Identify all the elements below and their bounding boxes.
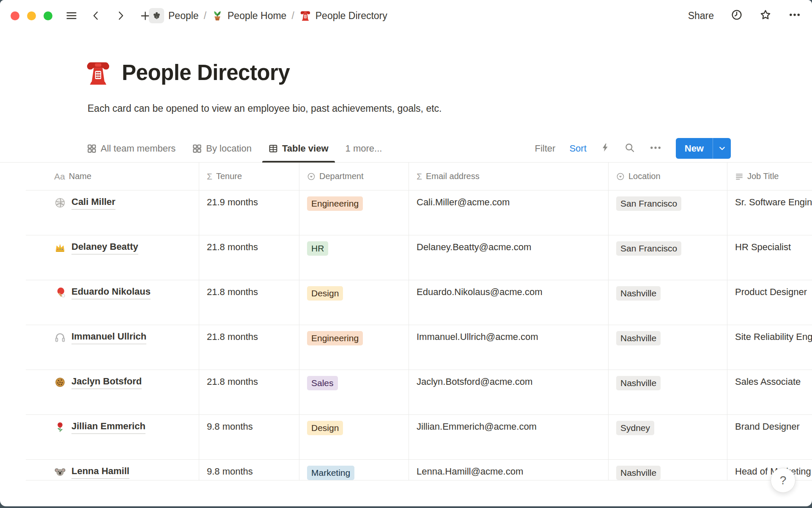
page-icon-red-telephone[interactable] bbox=[84, 59, 112, 87]
person-name-link[interactable]: Immanuel Ullrich bbox=[71, 330, 146, 344]
department-tag: Design bbox=[307, 421, 343, 435]
person-name-link[interactable]: Cali Miller bbox=[71, 196, 115, 210]
department-cell[interactable]: Sales bbox=[299, 370, 409, 414]
breadcrumb-item-people-directory[interactable]: People Directory bbox=[299, 10, 387, 22]
department-cell[interactable]: Marketing bbox=[299, 460, 409, 480]
location-tag: Nashville bbox=[616, 331, 661, 345]
zoom-window-button[interactable] bbox=[44, 11, 52, 20]
gallery-view-icon bbox=[192, 144, 202, 153]
person-name-link[interactable]: Lenna Hamill bbox=[71, 465, 129, 479]
column-header-department[interactable]: Department bbox=[299, 163, 409, 190]
email-cell[interactable]: Immanuel.Ullrich@acme.com bbox=[409, 325, 609, 370]
formula-property-icon: Σ bbox=[417, 171, 422, 182]
person-name-link[interactable]: Eduardo Nikolaus bbox=[71, 285, 151, 299]
location-cell[interactable]: Nashville bbox=[609, 280, 727, 325]
job-title-cell[interactable]: Brand Designer bbox=[727, 415, 812, 459]
view-tab-all-team-members[interactable]: All team members bbox=[87, 135, 176, 162]
email-cell[interactable]: Lenna.Hamill@acme.com bbox=[409, 460, 609, 480]
share-button[interactable]: Share bbox=[688, 10, 714, 22]
page-description: Each card can be opened to view an emplo… bbox=[88, 103, 442, 114]
name-cell[interactable]: Jillian Emmerich bbox=[26, 415, 199, 459]
clock-icon bbox=[731, 9, 743, 21]
filter-button[interactable]: Filter bbox=[535, 143, 556, 154]
updates-button[interactable] bbox=[731, 9, 743, 22]
tenure-cell[interactable]: 9.8 months bbox=[199, 460, 299, 480]
location-cell[interactable]: Nashville bbox=[609, 370, 727, 414]
location-cell[interactable]: Nashville bbox=[609, 325, 727, 370]
department-cell[interactable]: Engineering bbox=[299, 190, 409, 235]
job-title-cell[interactable]: Site Reliability Engineer bbox=[727, 325, 812, 370]
breadcrumb-item-people-home[interactable]: People Home bbox=[211, 10, 286, 22]
view-options-button[interactable] bbox=[649, 141, 662, 156]
email-cell[interactable]: Jillian.Emmerich@acme.com bbox=[409, 415, 609, 459]
column-header-tenure[interactable]: Σ Tenure bbox=[199, 163, 299, 190]
favorite-button[interactable] bbox=[760, 9, 771, 22]
table-header-row: Aa Name Σ Tenure Department Σ Email addr… bbox=[26, 163, 812, 190]
person-name-link[interactable]: Jillian Emmerich bbox=[71, 420, 145, 434]
email-cell[interactable]: Cali.Miller@acme.com bbox=[409, 190, 609, 235]
view-tab-more[interactable]: 1 more... bbox=[346, 135, 382, 162]
new-button[interactable]: New bbox=[676, 143, 713, 154]
tenure-cell[interactable]: 21.9 months bbox=[199, 190, 299, 235]
column-header-location[interactable]: Location bbox=[609, 163, 727, 190]
back-button[interactable] bbox=[89, 8, 103, 23]
location-cell[interactable]: Nashville bbox=[609, 460, 727, 480]
person-name-link[interactable]: Delaney Beatty bbox=[71, 240, 138, 254]
job-title-cell[interactable]: Sales Associate bbox=[727, 370, 812, 414]
column-header-job-title[interactable]: Job Title bbox=[727, 163, 812, 190]
email-cell[interactable]: Delaney.Beatty@acme.com bbox=[409, 235, 609, 280]
sort-button[interactable]: Sort bbox=[569, 143, 586, 154]
location-cell[interactable]: Sydney bbox=[609, 415, 727, 459]
help-button[interactable]: ? bbox=[771, 468, 796, 493]
person-name-link[interactable]: Jaclyn Botsford bbox=[71, 375, 142, 389]
view-tab-table-view[interactable]: Table view bbox=[269, 135, 329, 162]
tenure-cell[interactable]: 21.8 months bbox=[199, 370, 299, 414]
table-row[interactable]: Jaclyn Botsford 21.8 months Sales Jaclyn… bbox=[26, 370, 812, 415]
column-header-name[interactable]: Aa Name bbox=[26, 163, 199, 190]
name-cell[interactable]: Lenna Hamill bbox=[26, 460, 199, 480]
row-emoji-icon bbox=[54, 196, 66, 213]
automations-button[interactable] bbox=[601, 143, 610, 154]
close-window-button[interactable] bbox=[11, 11, 19, 20]
breadcrumb-item-people[interactable]: People bbox=[149, 8, 199, 23]
tenure-cell[interactable]: 21.8 months bbox=[199, 325, 299, 370]
column-header-email[interactable]: Σ Email address bbox=[409, 163, 609, 190]
name-cell[interactable]: Cali Miller bbox=[26, 190, 199, 235]
tenure-cell[interactable]: 21.8 months bbox=[199, 235, 299, 280]
hamburger-icon bbox=[65, 9, 78, 22]
view-tab-by-location[interactable]: By location bbox=[192, 135, 252, 162]
red-telephone-icon bbox=[299, 10, 311, 22]
job-title-cell[interactable]: HR Specialist bbox=[727, 235, 812, 280]
tenure-cell[interactable]: 9.8 months bbox=[199, 415, 299, 459]
department-cell[interactable]: Design bbox=[299, 415, 409, 459]
location-cell[interactable]: San Francisco bbox=[609, 235, 727, 280]
job-title-cell[interactable]: Sr. Software Engineer bbox=[727, 190, 812, 235]
job-title-cell[interactable]: Head of Marketing bbox=[727, 460, 812, 480]
name-cell[interactable]: Delaney Beatty bbox=[26, 235, 199, 280]
name-cell[interactable]: Eduardo Nikolaus bbox=[26, 280, 199, 325]
table-row[interactable]: Delaney Beatty 21.8 months HR Delaney.Be… bbox=[26, 235, 812, 280]
department-cell[interactable]: Engineering bbox=[299, 325, 409, 370]
name-cell[interactable]: Immanuel Ullrich bbox=[26, 325, 199, 370]
more-options-button[interactable] bbox=[788, 8, 801, 23]
minimize-window-button[interactable] bbox=[27, 11, 36, 20]
sidebar-toggle-button[interactable] bbox=[64, 8, 79, 23]
email-cell[interactable]: Eduardo.Nikolaus@acme.com bbox=[409, 280, 609, 325]
department-cell[interactable]: Design bbox=[299, 280, 409, 325]
breadcrumb-separator: / bbox=[291, 10, 294, 22]
department-cell[interactable]: HR bbox=[299, 235, 409, 280]
table-row[interactable]: Eduardo Nikolaus 21.8 months Design Edua… bbox=[26, 280, 812, 325]
search-button[interactable] bbox=[624, 142, 635, 155]
tenure-cell[interactable]: 21.8 months bbox=[199, 280, 299, 325]
name-cell[interactable]: Jaclyn Botsford bbox=[26, 370, 199, 414]
forward-button[interactable] bbox=[113, 8, 128, 23]
table-row[interactable]: Immanuel Ullrich 21.8 months Engineering… bbox=[26, 325, 812, 370]
table-row[interactable]: Lenna Hamill 9.8 months Marketing Lenna.… bbox=[26, 460, 812, 480]
table-row[interactable]: Jillian Emmerich 9.8 months Design Jilli… bbox=[26, 415, 812, 460]
new-dropdown-button[interactable] bbox=[713, 144, 731, 153]
search-icon bbox=[624, 142, 635, 153]
table-row[interactable]: Cali Miller 21.9 months Engineering Cali… bbox=[26, 190, 812, 235]
location-cell[interactable]: San Francisco bbox=[609, 190, 727, 235]
email-cell[interactable]: Jaclyn.Botsford@acme.com bbox=[409, 370, 609, 414]
job-title-cell[interactable]: Product Designer bbox=[727, 280, 812, 325]
